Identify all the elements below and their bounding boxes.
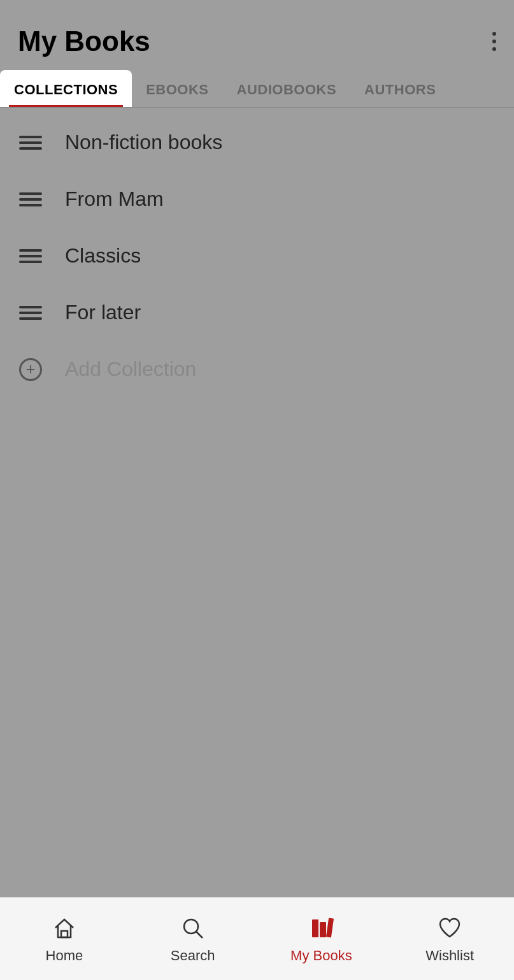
page-title: My Books [18,25,150,57]
collection-name: Classics [65,244,141,268]
svg-point-1 [184,919,198,933]
svg-rect-0 [61,931,68,937]
mybooks-icon [307,914,335,942]
svg-rect-5 [326,918,334,937]
list-item[interactable]: Classics [0,227,514,284]
bottom-nav: Home Search My Books Wishlist [0,897,514,980]
add-collection-button[interactable]: Add Collection [0,341,514,398]
more-options-button[interactable] [492,32,496,51]
tab-audiobooks[interactable]: AUDIOBOOKS [223,70,351,107]
tabs-bar: COLLECTIONS EBOOKS AUDIOBOOKS AUTHORS [0,70,514,108]
tab-authors[interactable]: AUTHORS [350,70,450,107]
svg-rect-3 [312,919,318,937]
home-icon [50,914,78,942]
search-icon [179,914,207,942]
nav-label-search: Search [171,948,215,964]
nav-item-home[interactable]: Home [0,914,129,964]
collection-name: Non-fiction books [65,131,222,154]
list-lines-icon [19,306,42,320]
list-lines-icon [19,249,42,263]
list-lines-icon [19,136,42,150]
heart-icon [436,914,464,942]
collection-name: For later [65,301,141,324]
nav-item-mybooks[interactable]: My Books [257,914,386,964]
list-item[interactable]: From Mam [0,171,514,227]
add-circle-icon [19,358,42,381]
nav-label-mybooks: My Books [290,948,352,964]
svg-rect-4 [320,922,326,937]
nav-item-wishlist[interactable]: Wishlist [385,914,514,964]
header: My Books [0,0,514,70]
svg-line-2 [196,932,203,938]
add-collection-label: Add Collection [65,357,196,381]
list-item[interactable]: For later [0,284,514,341]
list-lines-icon [19,192,42,206]
collections-list: Non-fiction books From Mam Classics For … [0,108,514,404]
collection-name: From Mam [65,187,164,211]
tab-ebooks[interactable]: EBOOKS [132,70,222,107]
nav-label-wishlist: Wishlist [425,948,474,964]
nav-label-home: Home [46,948,83,964]
nav-item-search[interactable]: Search [129,914,257,964]
list-item[interactable]: Non-fiction books [0,114,514,171]
tab-collections[interactable]: COLLECTIONS [0,70,132,107]
